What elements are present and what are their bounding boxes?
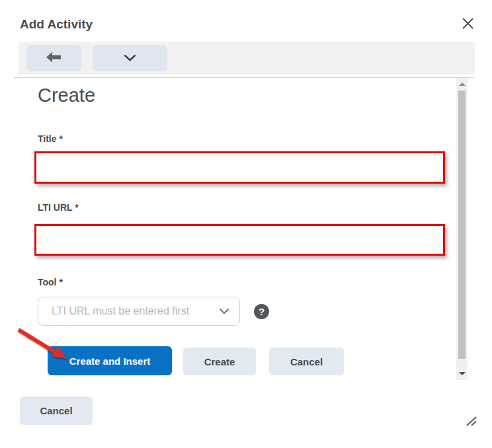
create-and-insert-button[interactable]: Create and Insert (48, 346, 172, 375)
dialog-title: Add Activity (20, 17, 93, 32)
toolbar-expand-button[interactable] (93, 45, 167, 71)
required-marker: * (59, 133, 62, 144)
arrow-left-icon (46, 52, 62, 65)
cancel-button[interactable]: Cancel (269, 348, 344, 375)
lti-url-input[interactable] (34, 224, 445, 256)
resize-grip-icon[interactable] (465, 414, 479, 428)
required-marker: * (75, 202, 78, 213)
scrollbar[interactable] (456, 78, 468, 380)
chevron-down-icon (124, 54, 136, 63)
help-button[interactable]: ? (254, 304, 269, 319)
title-input[interactable] (34, 151, 445, 184)
label-text: Tool (38, 277, 57, 287)
close-icon (462, 18, 473, 31)
scroll-down-icon[interactable] (459, 372, 466, 375)
close-button[interactable] (460, 17, 475, 32)
tool-select-placeholder: LTI URL must be entered first (52, 305, 220, 317)
scrollbar-thumb[interactable] (458, 91, 466, 359)
editor-toolbar (19, 42, 475, 75)
tool-select[interactable]: LTI URL must be entered first (38, 297, 240, 326)
toolbar-divider (14, 77, 475, 78)
lti-url-field-label: LTI URL * (38, 202, 79, 213)
scroll-up-icon[interactable] (459, 83, 466, 86)
page-title: Create (38, 85, 95, 106)
label-text: LTI URL (38, 202, 72, 213)
tool-field-label: Tool * (38, 277, 63, 287)
title-field-label: Title * (38, 133, 63, 144)
label-text: Title (38, 133, 57, 144)
question-mark-icon: ? (259, 306, 265, 317)
required-marker: * (59, 277, 62, 287)
create-button[interactable]: Create (183, 348, 256, 375)
back-button[interactable] (26, 45, 81, 71)
chevron-down-icon (220, 305, 229, 317)
dialog-cancel-button[interactable]: Cancel (20, 396, 93, 425)
